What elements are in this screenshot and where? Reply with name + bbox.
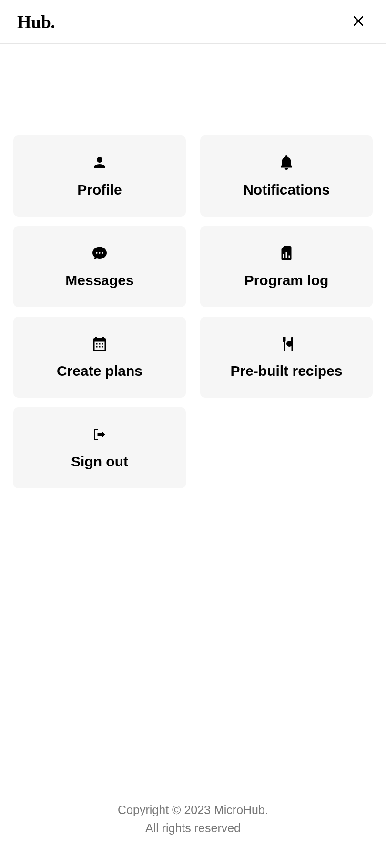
footer-line-2: All rights reserved (0, 819, 386, 837)
app-logo: Hub. (17, 13, 55, 31)
page-footer: Copyright © 2023 MicroHub. All rights re… (0, 801, 386, 868)
menu-tile-label: Pre-built recipes (230, 363, 342, 379)
close-icon (350, 12, 367, 31)
menu-grid: Profile Notifications Messages Program l… (13, 135, 373, 488)
calendar-icon (91, 335, 108, 352)
menu-tile-label: Create plans (57, 363, 142, 379)
close-button[interactable] (348, 10, 369, 33)
bell-icon (278, 154, 295, 171)
menu-tile-label: Sign out (71, 454, 128, 470)
menu-tile-create-plans[interactable]: Create plans (13, 317, 186, 398)
menu-tile-recipes[interactable]: Pre-built recipes (200, 317, 373, 398)
menu-grid-wrap: Profile Notifications Messages Program l… (0, 44, 386, 868)
person-icon (91, 154, 108, 171)
menu-tile-label: Profile (77, 182, 122, 198)
app-header: Hub. (0, 0, 386, 44)
menu-tile-notifications[interactable]: Notifications (200, 135, 373, 217)
menu-tile-sign-out[interactable]: Sign out (13, 407, 186, 488)
menu-tile-label: Program log (244, 272, 329, 289)
menu-tile-program-log[interactable]: Program log (200, 226, 373, 307)
chat-icon (91, 245, 108, 262)
signout-icon (91, 426, 108, 443)
menu-tile-messages[interactable]: Messages (13, 226, 186, 307)
sim-icon (278, 245, 295, 262)
menu-tile-label: Notifications (243, 182, 330, 198)
menu-tile-label: Messages (65, 272, 133, 289)
meal-icon (278, 335, 295, 352)
footer-line-1: Copyright © 2023 MicroHub. (0, 801, 386, 819)
menu-tile-profile[interactable]: Profile (13, 135, 186, 217)
